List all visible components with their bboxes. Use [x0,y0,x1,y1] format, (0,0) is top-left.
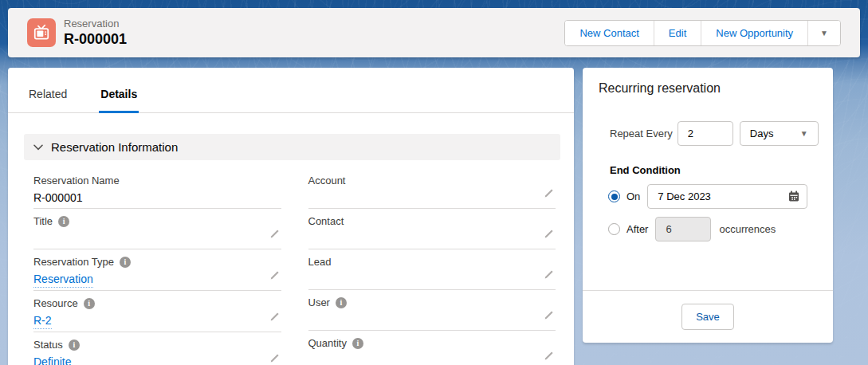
header-action-group: New Contact Edit New Opportunity ▼ [564,20,841,46]
field-reservation-name: Reservation Name R-000001 [33,168,281,209]
end-after-row: After occurrences [608,217,833,241]
recurring-reservation-panel: Recurring reservation Repeat Every Days … [583,68,833,343]
field-value: R-000001 [33,190,281,206]
field-value [33,231,281,246]
edit-pencil-icon[interactable] [269,228,280,242]
field-label: Resource [33,296,78,310]
field-contact: Contact [308,209,556,249]
info-icon[interactable]: i [69,339,80,351]
edit-pencil-icon[interactable] [544,269,554,283]
tab-details[interactable]: Details [99,88,139,113]
info-icon[interactable]: i [58,216,69,227]
field-column-left: Reservation Name R-000001 Titlei Reserva… [33,168,281,365]
field-value [308,353,556,365]
reservation-object-icon [27,18,56,47]
occurrences-label: occurrences [719,223,776,235]
field-value [308,231,556,246]
after-radio[interactable] [608,223,620,235]
field-label: Quantity [308,336,347,350]
edit-pencil-icon[interactable] [544,350,554,364]
section-title: Reservation Information [51,140,178,154]
field-grid: Reservation Name R-000001 Titlei Reserva… [33,168,556,365]
new-contact-button[interactable]: New Contact [565,21,654,45]
info-icon[interactable]: i [120,257,131,268]
record-header: Reservation R-000001 New Contact Edit Ne… [8,8,860,57]
reservation-type-link[interactable]: Reservation [33,272,93,288]
repeat-every-label: Repeat Every [610,128,673,139]
edit-button[interactable]: Edit [654,21,701,45]
edit-pencil-icon[interactable] [544,187,554,202]
record-name: R-000001 [64,30,127,48]
field-value [308,312,556,328]
field-reservation-type: Reservation Typei Reservation [33,249,281,291]
field-resource: Resourcei R-2 [33,291,281,332]
field-label: User [308,296,330,309]
repeat-every-input[interactable] [678,121,733,146]
on-label: On [626,190,640,202]
field-user: Useri [308,290,556,331]
field-quantity: Quantityi [308,331,556,365]
panel-title: Recurring reservation [583,68,833,96]
field-title: Titlei [33,209,281,249]
field-label: Reservation Name [33,174,281,187]
edit-pencil-icon[interactable] [544,309,554,324]
panel-footer: Save [583,290,833,343]
field-label: Status [33,338,63,351]
after-label: After [626,223,648,235]
field-column-right: Account Contact Lead Useri Quantityi [308,168,556,365]
end-on-row: On [608,184,833,209]
edit-pencil-icon[interactable] [269,311,280,325]
field-value [308,190,556,206]
tab-bar: Related Details [8,68,574,113]
on-radio[interactable] [608,190,620,202]
info-icon[interactable]: i [352,338,363,349]
resource-link[interactable]: R-2 [33,313,52,329]
edit-pencil-icon[interactable] [269,352,280,365]
field-label: Reservation Type [33,255,114,269]
edit-pencil-icon[interactable] [269,269,280,284]
field-lead: Lead [308,249,556,290]
occurrences-input[interactable] [655,217,711,241]
field-account: Account [308,168,556,209]
new-opportunity-button[interactable]: New Opportunity [701,21,808,45]
frequency-value: Days [750,128,774,139]
field-label: Contact [308,214,556,228]
object-label: Reservation [64,18,127,30]
field-label: Account [308,174,556,187]
calendar-icon[interactable] [788,190,799,202]
field-label: Lead [308,255,556,269]
chevron-down-icon: ▼ [820,29,828,37]
field-label: Title [33,214,53,228]
field-status: Statusi Definite [33,332,281,365]
status-link[interactable]: Definite [33,355,71,365]
field-value [308,272,556,287]
info-icon[interactable]: i [336,297,347,308]
info-icon[interactable]: i [84,298,95,309]
chevron-down-icon: ▼ [800,129,808,138]
end-condition-label: End Condition [610,164,833,176]
chevron-down-icon [33,144,43,151]
more-actions-dropdown-button[interactable]: ▼ [808,21,840,45]
tv-icon [33,24,50,41]
tab-related[interactable]: Related [27,88,69,113]
record-detail-card: Related Details Reservation Information … [8,68,574,365]
save-button[interactable]: Save [681,304,734,330]
repeat-every-row: Repeat Every Days ▼ [610,121,833,146]
end-date-input[interactable] [647,184,807,209]
edit-pencil-icon[interactable] [544,228,554,242]
section-reservation-information[interactable]: Reservation Information [24,134,560,160]
frequency-select[interactable]: Days ▼ [740,121,819,146]
